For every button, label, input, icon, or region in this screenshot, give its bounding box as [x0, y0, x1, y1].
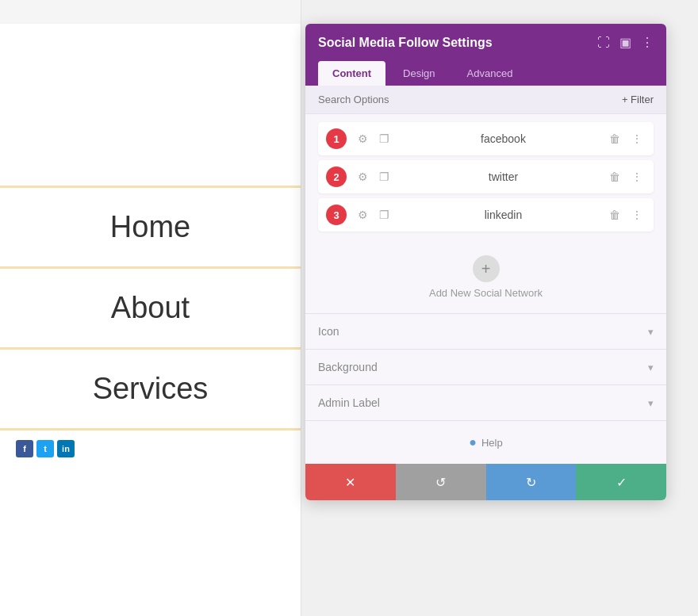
nav-about[interactable]: About	[0, 269, 301, 350]
network-right-actions-1: 🗑 ⋮	[606, 131, 646, 147]
table-row: 3 ⚙ ❐ linkedin 🗑 ⋮	[318, 198, 654, 231]
network-left-actions-3: ⚙ ❐	[355, 207, 393, 223]
twitter-social-icon[interactable]: t	[36, 440, 54, 457]
accordion-admin-label[interactable]: Admin Label ▾	[305, 385, 666, 420]
nav-services[interactable]: Services	[0, 350, 301, 430]
accordion-icon-label: Icon	[318, 325, 339, 338]
panel-body: + Filter 1 ⚙ ❐ facebook 🗑 ⋮ 2	[305, 86, 666, 464]
copy-icon-3[interactable]: ❐	[376, 207, 393, 223]
linkedin-social-icon[interactable]: in	[57, 440, 75, 457]
network-right-actions-3: 🗑 ⋮	[606, 207, 646, 223]
tab-design[interactable]: Design	[389, 61, 449, 86]
chevron-down-icon: ▾	[648, 326, 654, 338]
tab-content[interactable]: Content	[318, 61, 385, 86]
tab-advanced[interactable]: Advanced	[453, 61, 527, 86]
network-name-3: linkedin	[401, 209, 606, 221]
help-section: ● Help	[305, 420, 666, 464]
more-icon-3[interactable]: ⋮	[628, 207, 646, 223]
accordion-background-label: Background	[318, 361, 378, 373]
network-list: 1 ⚙ ❐ facebook 🗑 ⋮ 2 ⚙ ❐ twitter	[305, 114, 666, 244]
delete-icon-1[interactable]: 🗑	[606, 131, 623, 147]
settings-icon-2[interactable]: ⚙	[355, 169, 371, 185]
network-name-1: facebook	[401, 132, 606, 145]
more-icon[interactable]: ⋮	[641, 35, 654, 50]
accordion-admin-label-label: Admin Label	[318, 396, 380, 409]
network-left-actions-2: ⚙ ❐	[355, 169, 393, 185]
panel-tabs: Content Design Advanced	[305, 61, 666, 86]
network-number-2: 2	[326, 166, 347, 187]
accordion-background[interactable]: Background ▾	[305, 349, 666, 385]
search-bar: + Filter	[305, 86, 666, 114]
chevron-down-icon: ▾	[648, 362, 654, 373]
delete-icon-2[interactable]: 🗑	[606, 169, 623, 185]
help-icon: ●	[469, 435, 477, 450]
network-number-3: 3	[326, 205, 347, 225]
filter-button[interactable]: + Filter	[622, 94, 654, 105]
settings-icon-3[interactable]: ⚙	[355, 207, 371, 223]
undo-button[interactable]: ↺	[396, 464, 486, 500]
settings-panel: Social Media Follow Settings ⛶ ▣ ⋮ Conte…	[305, 24, 666, 500]
delete-icon-3[interactable]: 🗑	[606, 207, 623, 223]
network-right-actions-2: 🗑 ⋮	[606, 169, 646, 185]
network-left-actions-1: ⚙ ❐	[355, 131, 393, 147]
accordion-icon[interactable]: Icon ▾	[305, 313, 666, 349]
split-icon[interactable]: ▣	[619, 35, 631, 50]
nav-home[interactable]: Home	[0, 186, 301, 269]
copy-icon-1[interactable]: ❐	[376, 131, 393, 147]
panel-header: Social Media Follow Settings ⛶ ▣ ⋮	[305, 24, 666, 61]
add-network-label: Add New Social Network	[429, 287, 543, 299]
network-number-1: 1	[326, 128, 347, 149]
add-network-section: + Add New Social Network	[305, 244, 666, 313]
table-row: 2 ⚙ ❐ twitter 🗑 ⋮	[318, 160, 654, 193]
expand-icon[interactable]: ⛶	[597, 36, 610, 50]
facebook-social-icon[interactable]: f	[16, 440, 33, 457]
copy-icon-2[interactable]: ❐	[376, 169, 393, 185]
network-name-2: twitter	[401, 170, 606, 183]
more-icon-2[interactable]: ⋮	[628, 169, 646, 185]
confirm-button[interactable]: ✓	[576, 464, 666, 500]
panel-title: Social Media Follow Settings	[318, 36, 493, 50]
panel-footer: ✕ ↺ ↻ ✓	[305, 464, 666, 500]
social-icons-bar: f t in	[16, 440, 75, 457]
chevron-down-icon: ▾	[648, 397, 654, 409]
search-input[interactable]	[318, 94, 622, 105]
settings-icon-1[interactable]: ⚙	[355, 131, 371, 147]
page-background: Home About Services f t in	[0, 0, 301, 616]
help-label[interactable]: Help	[481, 437, 503, 449]
add-network-button[interactable]: +	[473, 255, 500, 282]
panel-header-icons: ⛶ ▣ ⋮	[597, 35, 654, 50]
redo-button[interactable]: ↻	[486, 464, 577, 500]
cancel-button[interactable]: ✕	[305, 464, 396, 500]
table-row: 1 ⚙ ❐ facebook 🗑 ⋮	[318, 122, 654, 155]
more-icon-1[interactable]: ⋮	[628, 131, 646, 147]
